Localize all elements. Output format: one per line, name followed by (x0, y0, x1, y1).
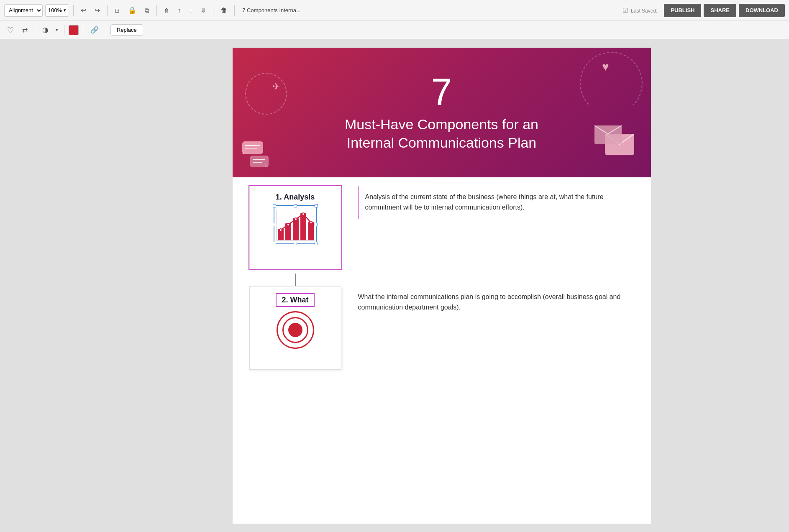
deco-circle-left (245, 73, 287, 115)
replace-button[interactable]: Replace (110, 24, 143, 36)
flow-container: 1. Analysis (233, 177, 651, 382)
handle-tr[interactable] (315, 204, 318, 207)
last-saved-label: ☑ Last Saved: (622, 7, 658, 14)
delete-button[interactable]: 🗑 (218, 4, 230, 17)
sep4 (213, 5, 213, 16)
handle-mr[interactable] (315, 223, 318, 226)
flow-card-1[interactable]: 1. Analysis (249, 186, 341, 269)
handle-bc[interactable] (294, 242, 297, 245)
left-panel (0, 39, 94, 532)
sep9 (106, 25, 106, 36)
link-button[interactable]: 🔗 (87, 24, 102, 36)
favorite-button[interactable]: ♡ (4, 24, 17, 36)
sep7 (64, 25, 64, 36)
hero-title: Must-Have Components for an Internal Com… (345, 115, 538, 152)
canvas-scroll[interactable]: ✈ (94, 39, 789, 532)
target-middle (282, 317, 308, 343)
hero-number: 7 (431, 73, 452, 111)
deco-plane: ✈ (272, 81, 280, 92)
undo-button[interactable]: ↩ (78, 4, 89, 17)
canvas-area: ✈ (0, 39, 789, 532)
deco-chat-2 (249, 154, 270, 173)
move-to-bottom-button[interactable]: ⤋ (198, 4, 209, 17)
target-outer (277, 311, 314, 349)
download-button[interactable]: DOWNLOAD (739, 4, 785, 17)
canvas: ✈ (233, 48, 651, 524)
redo-button[interactable]: ↪ (92, 4, 103, 17)
handle-tl[interactable] (273, 204, 276, 207)
zoom-chevron[interactable]: ▾ (64, 8, 66, 13)
flow-description-2: What the internal communications plan is… (358, 286, 634, 313)
icon-selection-box (274, 205, 317, 244)
deco-envelope-group (592, 121, 638, 161)
flow-item-2: 2. What What the int (249, 286, 634, 370)
color-swatch[interactable] (69, 25, 79, 35)
flow-card-1-icon[interactable] (274, 206, 316, 243)
handle-ml[interactable] (273, 223, 276, 226)
zoom-value: 100% (48, 7, 62, 13)
hero-title-line2: Internal Communications Plan (345, 133, 538, 152)
sep5 (234, 5, 235, 16)
svg-rect-0 (242, 141, 263, 154)
handle-tc[interactable] (294, 204, 297, 207)
sep3 (156, 5, 157, 16)
flow-card-2-title: 2. What (276, 293, 314, 307)
lock-button[interactable]: 🔒 (125, 4, 139, 17)
toolbar-row1: Alignment 100% ▾ ↩ ↪ ⊡ 🔒 ⧉ ⤊ ↑ ↓ ⤋ 🗑 7 C… (0, 0, 789, 21)
sep2 (107, 5, 108, 16)
deco-circle-right (580, 52, 643, 115)
thumbnail-button[interactable]: ⊡ (112, 4, 123, 17)
handle-br[interactable] (315, 242, 318, 245)
sep1 (73, 5, 74, 16)
move-to-top-button[interactable]: ⤊ (161, 4, 172, 17)
flow-item-1: 1. Analysis (249, 186, 634, 269)
share-button[interactable]: SHARE (704, 4, 736, 17)
sep6 (35, 25, 35, 36)
sep8 (83, 25, 83, 36)
document-filename: 7 Components Interna... (242, 7, 616, 13)
publish-button[interactable]: PUBLISH (664, 4, 701, 17)
move-up-button[interactable]: ↑ (174, 4, 184, 17)
hero-title-line1: Must-Have Components for an (345, 115, 538, 133)
connector-1 (295, 274, 296, 286)
flip-button[interactable]: ⇄ (19, 24, 31, 36)
hero-banner: ✈ (233, 48, 651, 177)
copy-button[interactable]: ⧉ (142, 4, 152, 17)
alignment-select[interactable]: Alignment (4, 4, 43, 17)
flow-card-2-icon (274, 311, 316, 349)
move-down-button[interactable]: ↓ (186, 4, 195, 17)
toolbar-row2: ♡ ⇄ ◑ ▾ 🔗 Replace (0, 21, 789, 39)
flow-card-1-title: 1. Analysis (276, 193, 315, 202)
contrast-button[interactable]: ◑ (39, 24, 51, 36)
contrast-chevron[interactable]: ▾ (54, 24, 60, 36)
flow-card-2[interactable]: 2. What (249, 286, 341, 370)
flow-description-1: Analysis of the current state of the bus… (358, 186, 634, 219)
handle-bl[interactable] (273, 242, 276, 245)
deco-chat-1 (240, 134, 265, 156)
zoom-control[interactable]: 100% ▾ (45, 4, 69, 17)
target-center (288, 323, 302, 337)
